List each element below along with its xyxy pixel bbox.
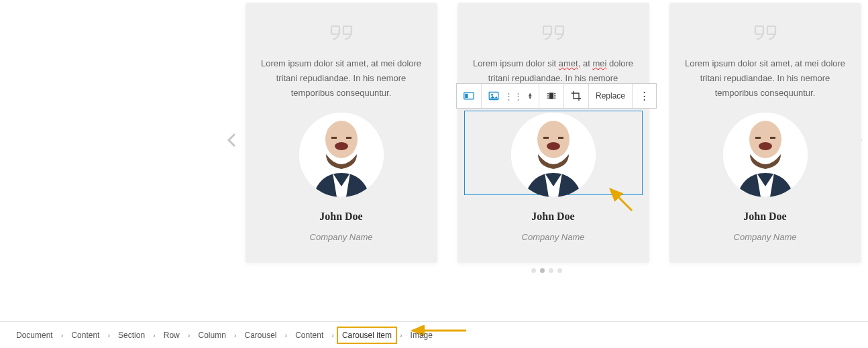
reorder-arrows-icon[interactable]: ▴▾	[529, 93, 532, 100]
testimonial-company: Company Name	[258, 232, 425, 242]
breadcrumb-item[interactable]: Column	[193, 327, 231, 344]
carousel-dot[interactable]	[531, 268, 536, 273]
chevron-right-icon: ›	[107, 331, 110, 339]
svg-rect-28	[549, 93, 553, 99]
chevron-right-icon: ›	[61, 331, 64, 339]
toolbar-crop-button[interactable]	[564, 84, 589, 108]
carousel-prev-button[interactable]	[227, 131, 236, 152]
quote-icon	[682, 23, 849, 44]
avatar-image[interactable]	[299, 113, 384, 197]
svg-rect-6	[331, 137, 337, 139]
toolbar-parent-button[interactable]	[457, 84, 482, 108]
chevron-right-icon: ›	[285, 331, 288, 339]
carousel-item[interactable]: Lorem ipsum dolor sit amet, at mei dolor…	[457, 3, 649, 263]
testimonial-company: Company Name	[470, 232, 637, 242]
testimonial-text: Lorem ipsum dolor sit amet, at mei dolor…	[682, 56, 849, 101]
svg-rect-17	[767, 26, 775, 34]
svg-rect-22	[755, 137, 761, 139]
breadcrumb-item[interactable]: Content	[66, 327, 105, 344]
breadcrumb-item[interactable]: Carousel	[239, 327, 282, 344]
quote-icon	[258, 23, 425, 44]
avatar-wrap	[511, 113, 596, 197]
svg-rect-16	[755, 26, 763, 34]
svg-point-13	[547, 142, 560, 150]
svg-rect-0	[331, 26, 339, 34]
more-icon: ⋮	[639, 90, 649, 102]
breadcrumb-item[interactable]: Document	[11, 327, 58, 344]
svg-rect-9	[555, 26, 563, 34]
svg-point-5	[335, 142, 348, 150]
svg-rect-8	[543, 26, 551, 34]
svg-rect-15	[558, 137, 563, 139]
carousel-dots	[531, 268, 562, 273]
image-toolbar: ⋮⋮ ▴▾ Replace ⋮	[456, 83, 657, 109]
svg-point-27	[491, 94, 493, 96]
image-icon	[488, 91, 499, 101]
toolbar-replace-button[interactable]: Replace	[589, 84, 633, 108]
toolbar-align-button[interactable]	[539, 84, 564, 108]
testimonial-name: John Doe	[470, 211, 637, 223]
carousel-item[interactable]: Lorem ipsum dolor sit amet, at mei dolor…	[669, 3, 861, 263]
drag-handle-icon[interactable]: ⋮⋮	[504, 91, 523, 101]
carousel-track: Lorem ipsum dolor sit amet, at mei dolor…	[246, 3, 861, 263]
replace-label: Replace	[596, 91, 625, 101]
avatar-wrap	[299, 113, 384, 197]
chevron-right-icon: ›	[188, 331, 191, 339]
svg-rect-14	[543, 137, 549, 139]
chevron-right-icon: ›	[234, 331, 237, 339]
svg-point-21	[759, 142, 772, 150]
testimonial-name: John Doe	[258, 211, 425, 223]
carousel-dot[interactable]	[557, 268, 562, 273]
chevron-right-icon: ›	[153, 331, 156, 339]
svg-point-20	[751, 123, 780, 142]
testimonial-text: Lorem ipsum dolor sit amet, at mei dolor…	[258, 56, 425, 101]
quote-icon	[470, 23, 637, 44]
svg-rect-7	[346, 137, 351, 139]
breadcrumb-item[interactable]: Row	[158, 327, 185, 344]
toolbar-image-group[interactable]: ⋮⋮ ▴▾	[482, 84, 539, 108]
svg-rect-1	[343, 26, 351, 34]
breadcrumb: Document›Content›Section›Row›Column›Caro…	[0, 321, 868, 348]
testimonial-name: John Doe	[682, 211, 849, 223]
avatar-wrap	[723, 113, 808, 197]
toolbar-more-button[interactable]: ⋮	[633, 84, 656, 108]
avatar-image[interactable]	[723, 113, 808, 197]
chevron-right-icon: ›	[331, 331, 334, 339]
carousel-dot[interactable]	[549, 268, 553, 273]
breadcrumb-item[interactable]: Image	[405, 327, 438, 344]
svg-point-4	[327, 123, 356, 142]
testimonial-company: Company Name	[682, 232, 849, 242]
carousel-item[interactable]: Lorem ipsum dolor sit amet, at mei dolor…	[246, 3, 437, 263]
svg-point-12	[539, 123, 568, 142]
breadcrumb-item[interactable]: Content	[290, 327, 329, 344]
avatar-image[interactable]	[511, 113, 596, 197]
chevron-right-icon: ›	[400, 331, 402, 339]
breadcrumb-item[interactable]: Carousel item	[337, 327, 397, 344]
carousel-dot[interactable]	[540, 268, 545, 273]
svg-rect-25	[465, 94, 468, 98]
carousel: Lorem ipsum dolor sit amet, at mei dolor…	[0, 0, 868, 263]
breadcrumb-item[interactable]: Section	[113, 327, 150, 344]
svg-rect-23	[770, 137, 775, 139]
